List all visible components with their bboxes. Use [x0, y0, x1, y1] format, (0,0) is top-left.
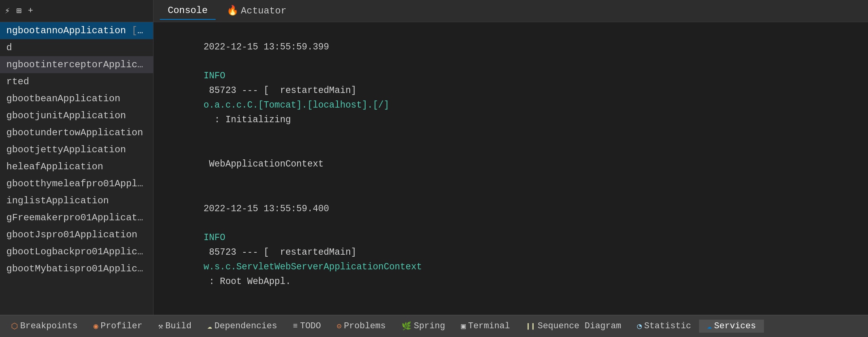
- bottom-item-problems[interactable]: ⊝ Problems: [329, 320, 394, 333]
- sidebar-item-jetty[interactable]: gbootjettyApplication: [0, 141, 153, 158]
- spring-icon: 🌿: [402, 321, 411, 331]
- sidebar-item-thymeleafpro[interactable]: gbootthymeleafpro01Applicat: [0, 175, 153, 192]
- sidebar-item-rted[interactable]: rted: [0, 73, 153, 90]
- statistic-icon: ◔: [637, 321, 642, 331]
- build-icon: ⚒: [158, 321, 163, 331]
- filter-icon[interactable]: ⚡: [5, 6, 10, 16]
- log-line-4: initialization completed in 1189 ms: [160, 304, 862, 315]
- sidebar-item-thymeleaf[interactable]: heleafApplication: [0, 158, 153, 175]
- bottom-item-breakpoints[interactable]: ⬡ Breakpoints: [3, 320, 85, 333]
- bottom-item-spring[interactable]: 🌿 Spring: [394, 320, 453, 333]
- sidebar-item-d[interactable]: d: [0, 39, 153, 56]
- sidebar-item-logback[interactable]: gbootLogbackpro01Applicatio: [0, 243, 153, 260]
- todo-icon: ≡: [293, 322, 298, 331]
- profiler-icon: ◉: [93, 321, 98, 331]
- console-area: Console 🔥Actuator 2022-12-15 13:55:59.39…: [154, 0, 868, 315]
- services-icon: ☁: [707, 321, 712, 331]
- bottom-item-statistic[interactable]: ◔ Statistic: [629, 320, 699, 333]
- sidebar-item-undertow[interactable]: gbootundertowApplication: [0, 124, 153, 141]
- sidebar-toolbar: ⚡ ⊞ +: [0, 0, 153, 22]
- sidebar-item-interceptor[interactable]: ngbootinterceptorApplicatio: [0, 56, 153, 73]
- tab-actuator[interactable]: 🔥Actuator: [219, 2, 294, 20]
- bottom-item-terminal[interactable]: ▣ Terminal: [453, 320, 518, 333]
- actuator-icon: 🔥: [227, 6, 239, 16]
- console-tabs: Console 🔥Actuator: [154, 0, 868, 22]
- tab-console[interactable]: Console: [160, 2, 216, 20]
- problems-icon: ⊝: [337, 321, 341, 331]
- breakpoints-icon: ⬡: [11, 321, 18, 331]
- sidebar-item-springlist[interactable]: inglistApplication: [0, 192, 153, 209]
- log-line-1: 2022-12-15 13:55:59.399 INFO 85723 --- […: [160, 25, 862, 142]
- log-line-3: 2022-12-15 13:55:59.400 INFO 85723 --- […: [160, 187, 862, 303]
- sidebar-item-bean[interactable]: gbootbeanApplication: [0, 90, 153, 107]
- sidebar-item-jspro[interactable]: gbootJspro01Application: [0, 226, 153, 243]
- log-line-2: WebApplicationContext: [160, 142, 862, 186]
- console-output[interactable]: 2022-12-15 13:55:59.399 INFO 85723 --- […: [154, 22, 868, 315]
- dependencies-icon: ☁: [207, 321, 212, 331]
- add-icon[interactable]: +: [28, 6, 33, 16]
- bottom-toolbar: ⬡ Breakpoints ◉ Profiler ⚒ Build ☁ Depen…: [0, 315, 868, 337]
- sort-icon[interactable]: ⊞: [16, 6, 21, 16]
- bottom-item-sequence-diagram[interactable]: ❙❙ Sequence Diagram: [518, 320, 629, 333]
- sidebar: ⚡ ⊞ + ngbootannoApplication [dev d ngboo…: [0, 0, 154, 315]
- bottom-item-build[interactable]: ⚒ Build: [150, 320, 199, 333]
- bottom-item-profiler[interactable]: ◉ Profiler: [85, 320, 150, 333]
- main-area: ⚡ ⊞ + ngbootannoApplication [dev d ngboo…: [0, 0, 868, 315]
- sidebar-item-springbootanno[interactable]: ngbootannoApplication [dev: [0, 22, 153, 39]
- bottom-item-todo[interactable]: ≡ TODO: [285, 320, 329, 333]
- sidebar-item-junit[interactable]: gbootjunitApplication: [0, 107, 153, 124]
- sidebar-item-freemarker[interactable]: gFreemakerpro01Application: [0, 209, 153, 226]
- bottom-item-services[interactable]: ☁ Services: [699, 320, 764, 333]
- sidebar-item-mybatis[interactable]: gbootMybatispro01Application: [0, 260, 153, 277]
- sequence-diagram-icon: ❙❙: [526, 321, 535, 331]
- terminal-icon: ▣: [461, 321, 466, 331]
- bottom-item-dependencies[interactable]: ☁ Dependencies: [199, 320, 285, 333]
- sidebar-list: ngbootannoApplication [dev d ngbootinter…: [0, 22, 153, 315]
